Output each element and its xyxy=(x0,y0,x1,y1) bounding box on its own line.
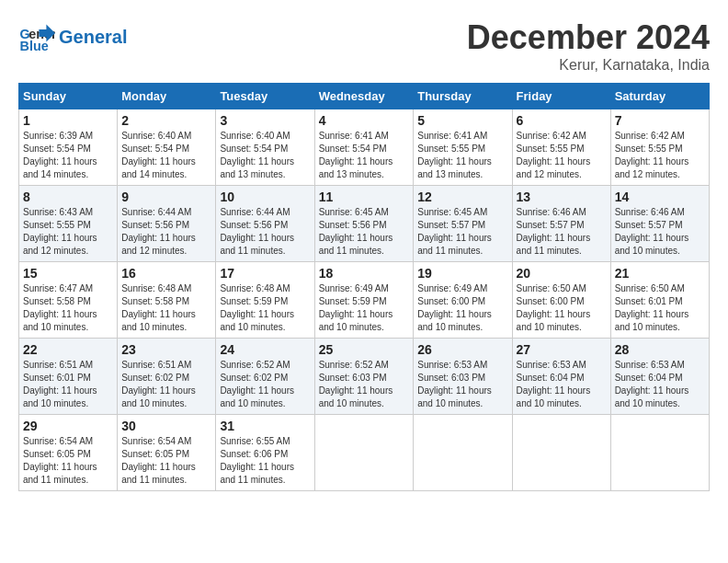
day-info: Sunrise: 6:53 AMSunset: 6:04 PMDaylight:… xyxy=(517,359,607,410)
calendar-table: SundayMondayTuesdayWednesdayThursdayFrid… xyxy=(18,83,710,491)
day-number: 28 xyxy=(615,342,705,357)
day-number: 4 xyxy=(319,113,410,128)
calendar-cell: 5Sunrise: 6:41 AMSunset: 5:55 PMDaylight… xyxy=(414,109,512,186)
day-number: 23 xyxy=(121,342,211,357)
header-sunday: Sunday xyxy=(19,84,118,109)
day-number: 9 xyxy=(121,190,211,204)
header-thursday: Thursday xyxy=(414,84,512,109)
day-info: Sunrise: 6:53 AMSunset: 6:03 PMDaylight:… xyxy=(417,359,507,410)
day-number: 16 xyxy=(121,266,211,281)
day-info: Sunrise: 6:50 AMSunset: 6:00 PMDaylight:… xyxy=(517,282,607,334)
calendar-cell: 28Sunrise: 6:53 AMSunset: 6:04 PMDayligh… xyxy=(610,339,709,415)
day-info: Sunrise: 6:41 AMSunset: 5:54 PMDaylight:… xyxy=(319,130,410,181)
day-number: 30 xyxy=(121,419,211,433)
day-number: 17 xyxy=(220,266,310,281)
day-number: 27 xyxy=(517,342,607,357)
calendar-cell: 7Sunrise: 6:42 AMSunset: 5:55 PMDaylight… xyxy=(610,109,709,186)
calendar-cell: 25Sunrise: 6:52 AMSunset: 6:03 PMDayligh… xyxy=(314,339,414,415)
day-info: Sunrise: 6:52 AMSunset: 6:02 PMDaylight:… xyxy=(220,359,310,410)
day-number: 2 xyxy=(121,113,211,128)
calendar-cell: 15Sunrise: 6:47 AMSunset: 5:58 PMDayligh… xyxy=(19,262,118,339)
page-header: G eneral Blue General December 2024 Keru… xyxy=(18,18,710,74)
day-number: 22 xyxy=(23,342,113,357)
day-number: 18 xyxy=(319,266,410,281)
day-info: Sunrise: 6:48 AMSunset: 5:58 PMDaylight:… xyxy=(121,282,211,334)
calendar-cell: 13Sunrise: 6:46 AMSunset: 5:57 PMDayligh… xyxy=(512,186,610,262)
day-number: 10 xyxy=(220,190,310,204)
day-number: 20 xyxy=(517,266,607,281)
calendar-cell: 11Sunrise: 6:45 AMSunset: 5:56 PMDayligh… xyxy=(314,186,414,262)
day-info: Sunrise: 6:53 AMSunset: 6:04 PMDaylight:… xyxy=(615,359,705,410)
day-number: 6 xyxy=(517,113,607,128)
calendar-cell xyxy=(610,415,709,491)
day-info: Sunrise: 6:46 AMSunset: 5:57 PMDaylight:… xyxy=(615,206,705,258)
calendar-cell: 16Sunrise: 6:48 AMSunset: 5:58 PMDayligh… xyxy=(118,262,216,339)
day-number: 15 xyxy=(23,266,113,281)
header-monday: Monday xyxy=(118,84,216,109)
day-number: 5 xyxy=(417,113,507,128)
calendar-cell: 8Sunrise: 6:43 AMSunset: 5:55 PMDaylight… xyxy=(19,186,118,262)
calendar-cell: 20Sunrise: 6:50 AMSunset: 6:00 PMDayligh… xyxy=(512,262,610,339)
day-info: Sunrise: 6:52 AMSunset: 6:03 PMDaylight:… xyxy=(319,359,410,410)
day-info: Sunrise: 6:41 AMSunset: 5:55 PMDaylight:… xyxy=(417,130,507,181)
day-info: Sunrise: 6:54 AMSunset: 6:05 PMDaylight:… xyxy=(121,435,211,487)
day-info: Sunrise: 6:43 AMSunset: 5:55 PMDaylight:… xyxy=(23,206,113,258)
day-info: Sunrise: 6:46 AMSunset: 5:57 PMDaylight:… xyxy=(517,206,607,258)
week-row-3: 15Sunrise: 6:47 AMSunset: 5:58 PMDayligh… xyxy=(19,262,710,339)
calendar-cell xyxy=(314,415,414,491)
day-number: 13 xyxy=(517,190,607,204)
logo: G eneral Blue General xyxy=(18,18,127,55)
day-number: 21 xyxy=(615,266,705,281)
calendar-cell: 14Sunrise: 6:46 AMSunset: 5:57 PMDayligh… xyxy=(610,186,709,262)
calendar-cell: 17Sunrise: 6:48 AMSunset: 5:59 PMDayligh… xyxy=(216,262,314,339)
header-tuesday: Tuesday xyxy=(216,84,314,109)
day-number: 19 xyxy=(417,266,507,281)
logo-general: General xyxy=(59,27,127,47)
day-info: Sunrise: 6:49 AMSunset: 6:00 PMDaylight:… xyxy=(417,282,507,334)
calendar-cell: 2Sunrise: 6:40 AMSunset: 5:54 PMDaylight… xyxy=(118,109,216,186)
calendar-cell: 29Sunrise: 6:54 AMSunset: 6:05 PMDayligh… xyxy=(19,415,118,491)
day-info: Sunrise: 6:42 AMSunset: 5:55 PMDaylight:… xyxy=(517,130,607,181)
week-row-2: 8Sunrise: 6:43 AMSunset: 5:55 PMDaylight… xyxy=(19,186,710,262)
day-number: 25 xyxy=(319,342,410,357)
day-info: Sunrise: 6:48 AMSunset: 5:59 PMDaylight:… xyxy=(220,282,310,334)
svg-text:Blue: Blue xyxy=(20,39,49,53)
calendar-cell xyxy=(512,415,610,491)
day-info: Sunrise: 6:40 AMSunset: 5:54 PMDaylight:… xyxy=(220,130,310,181)
location: Kerur, Karnataka, India xyxy=(467,57,710,74)
calendar-cell: 10Sunrise: 6:44 AMSunset: 5:56 PMDayligh… xyxy=(216,186,314,262)
day-number: 12 xyxy=(417,190,507,204)
day-number: 29 xyxy=(23,419,113,433)
calendar-cell: 23Sunrise: 6:51 AMSunset: 6:02 PMDayligh… xyxy=(118,339,216,415)
calendar-cell: 26Sunrise: 6:53 AMSunset: 6:03 PMDayligh… xyxy=(414,339,512,415)
day-info: Sunrise: 6:44 AMSunset: 5:56 PMDaylight:… xyxy=(220,206,310,258)
day-number: 31 xyxy=(220,419,310,433)
day-info: Sunrise: 6:54 AMSunset: 6:05 PMDaylight:… xyxy=(23,435,113,487)
calendar-cell: 21Sunrise: 6:50 AMSunset: 6:01 PMDayligh… xyxy=(610,262,709,339)
calendar-cell xyxy=(414,415,512,491)
day-info: Sunrise: 6:51 AMSunset: 6:02 PMDaylight:… xyxy=(121,359,211,410)
day-number: 24 xyxy=(220,342,310,357)
day-number: 14 xyxy=(615,190,705,204)
calendar-cell: 24Sunrise: 6:52 AMSunset: 6:02 PMDayligh… xyxy=(216,339,314,415)
day-info: Sunrise: 6:40 AMSunset: 5:54 PMDaylight:… xyxy=(121,130,211,181)
day-info: Sunrise: 6:50 AMSunset: 6:01 PMDaylight:… xyxy=(615,282,705,334)
logo-text: General xyxy=(59,27,127,47)
header-friday: Friday xyxy=(512,84,610,109)
day-number: 26 xyxy=(417,342,507,357)
calendar-cell: 18Sunrise: 6:49 AMSunset: 5:59 PMDayligh… xyxy=(314,262,414,339)
day-info: Sunrise: 6:44 AMSunset: 5:56 PMDaylight:… xyxy=(121,206,211,258)
logo-icon: G eneral Blue xyxy=(18,18,55,55)
day-number: 3 xyxy=(220,113,310,128)
calendar-cell: 6Sunrise: 6:42 AMSunset: 5:55 PMDaylight… xyxy=(512,109,610,186)
day-number: 11 xyxy=(319,190,410,204)
title-section: December 2024 Kerur, Karnataka, India xyxy=(467,18,710,74)
calendar-header-row: SundayMondayTuesdayWednesdayThursdayFrid… xyxy=(19,84,710,109)
week-row-5: 29Sunrise: 6:54 AMSunset: 6:05 PMDayligh… xyxy=(19,415,710,491)
calendar-cell: 27Sunrise: 6:53 AMSunset: 6:04 PMDayligh… xyxy=(512,339,610,415)
day-info: Sunrise: 6:49 AMSunset: 5:59 PMDaylight:… xyxy=(319,282,410,334)
week-row-1: 1Sunrise: 6:39 AMSunset: 5:54 PMDaylight… xyxy=(19,109,710,186)
day-number: 8 xyxy=(23,190,113,204)
calendar-cell: 19Sunrise: 6:49 AMSunset: 6:00 PMDayligh… xyxy=(414,262,512,339)
header-saturday: Saturday xyxy=(610,84,709,109)
